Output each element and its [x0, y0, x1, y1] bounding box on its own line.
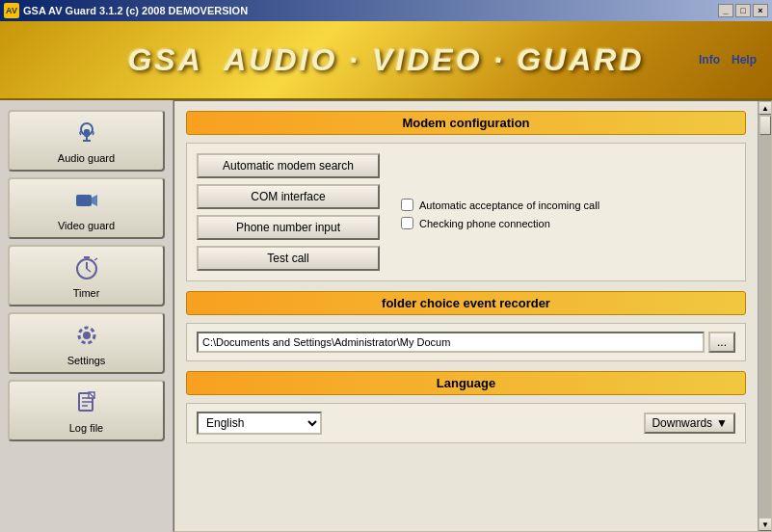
- language-select[interactable]: English German French Spanish Italian: [197, 412, 322, 435]
- log-file-label: Log file: [69, 422, 103, 434]
- check-phone-label: Checking phone connection: [419, 218, 550, 229]
- language-body: English German French Spanish Italian Do…: [186, 403, 746, 443]
- folder-row: ...: [197, 332, 735, 353]
- auto-accept-label: Automatic acceptance of incoming call: [419, 200, 599, 211]
- scrollbar: ▲ ▼: [758, 101, 771, 531]
- folder-section-header: folder choice event recorder: [186, 291, 746, 315]
- folder-browse-button[interactable]: ...: [708, 332, 735, 353]
- window-controls: _ □ ×: [718, 4, 768, 17]
- timer-icon: [71, 253, 102, 283]
- maximize-button[interactable]: □: [735, 4, 751, 17]
- downwards-button[interactable]: Downwards ▼: [644, 412, 735, 434]
- modem-section-header: Modem configuration: [186, 111, 746, 135]
- folder-section: folder choice event recorder ...: [186, 291, 746, 361]
- content-inner: Modem configuration Automatic modem sear…: [174, 101, 758, 531]
- svg-rect-4: [76, 195, 92, 206]
- language-select-wrap: English German French Spanish Italian: [197, 412, 322, 435]
- scroll-down-button[interactable]: ▼: [759, 518, 772, 531]
- settings-label: Settings: [67, 355, 106, 366]
- video-guard-label: Video guard: [58, 220, 115, 231]
- info-link[interactable]: Info: [699, 53, 720, 66]
- sidebar: Audio guard Video guard Tim: [0, 100, 173, 532]
- sidebar-item-video-guard[interactable]: Video guard: [8, 177, 165, 239]
- sidebar-item-settings[interactable]: Settings: [8, 312, 165, 374]
- audio-guard-icon: [71, 118, 102, 148]
- language-section-header: Language: [186, 371, 746, 395]
- modem-checkboxes: Automatic acceptance of incoming call Ch…: [401, 153, 735, 271]
- check-phone-checkbox[interactable]: [401, 217, 413, 229]
- timer-label: Timer: [73, 287, 100, 299]
- folder-body: ...: [186, 323, 746, 361]
- modem-body: Automatic modem search COM interface Pho…: [186, 143, 746, 281]
- auto-modem-search-button[interactable]: Automatic modem search: [197, 153, 380, 178]
- scroll-track[interactable]: [759, 115, 771, 518]
- title-text: GSA AV Guard 3.1.2 (c) 2008 DEMOVERSION: [23, 5, 248, 16]
- log-file-icon: [71, 387, 102, 418]
- main-area: Audio guard Video guard Tim: [0, 100, 772, 532]
- sidebar-item-log-file[interactable]: Log file: [8, 380, 165, 441]
- check-phone-row: Checking phone connection: [401, 217, 735, 229]
- banner-links: Info Help: [699, 53, 757, 66]
- content-panel: Modem configuration Automatic modem sear…: [173, 100, 772, 532]
- modem-buttons: Automatic modem search COM interface Pho…: [197, 153, 389, 271]
- scroll-thumb[interactable]: [759, 116, 771, 135]
- folder-path-input[interactable]: [197, 332, 705, 353]
- downwards-arrow-icon: ▼: [716, 416, 728, 430]
- svg-line-8: [87, 269, 91, 272]
- downwards-label: Downwards: [652, 416, 712, 430]
- com-interface-button[interactable]: COM interface: [197, 184, 380, 209]
- auto-accept-checkbox[interactable]: [401, 199, 413, 211]
- auto-accept-row: Automatic acceptance of incoming call: [401, 199, 735, 211]
- settings-icon: [71, 320, 102, 351]
- scroll-up-button[interactable]: ▲: [759, 101, 772, 115]
- app-icon: AV: [4, 3, 19, 18]
- audio-guard-label: Audio guard: [58, 152, 115, 164]
- help-link[interactable]: Help: [732, 53, 757, 66]
- test-call-button[interactable]: Test call: [197, 246, 380, 271]
- svg-marker-5: [92, 195, 97, 206]
- svg-point-11: [83, 332, 91, 339]
- svg-line-10: [94, 258, 97, 260]
- svg-rect-1: [84, 129, 90, 137]
- language-section: Language English German French Spanish I…: [186, 371, 746, 443]
- sidebar-item-audio-guard[interactable]: Audio guard: [8, 110, 165, 172]
- minimize-button[interactable]: _: [718, 4, 733, 17]
- banner-title: GSA AUDIO · VIDEO · GUARD: [127, 42, 644, 78]
- modem-section: Modem configuration Automatic modem sear…: [186, 111, 746, 281]
- close-window-button[interactable]: ×: [753, 4, 768, 17]
- banner: GSA AUDIO · VIDEO · GUARD Info Help: [0, 21, 772, 100]
- video-guard-icon: [71, 185, 102, 216]
- sidebar-item-timer[interactable]: Timer: [8, 245, 165, 306]
- titlebar: AV GSA AV Guard 3.1.2 (c) 2008 DEMOVERSI…: [0, 0, 772, 21]
- phone-number-input-button[interactable]: Phone number input: [197, 215, 380, 240]
